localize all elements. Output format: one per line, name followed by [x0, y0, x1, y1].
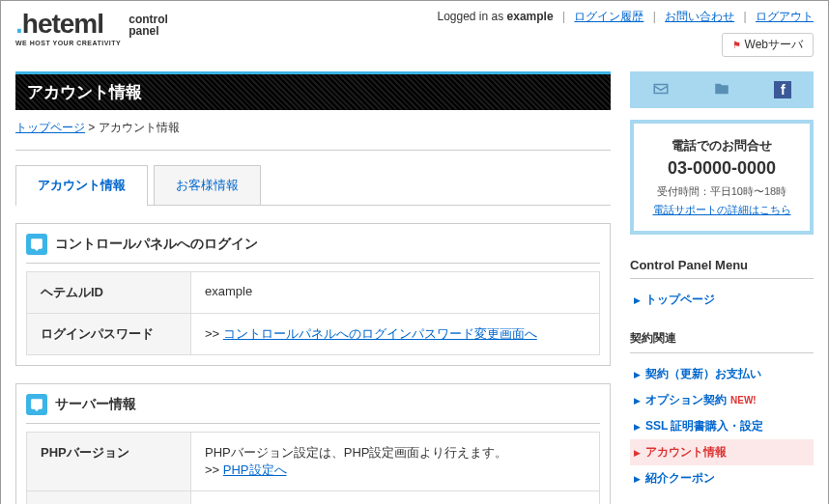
menu-item-1[interactable]: オプション契約NEW! [630, 387, 814, 413]
contact-link[interactable]: お問い合わせ [665, 10, 734, 23]
page-title: アカウント情報 [15, 71, 611, 110]
section-1: サーバー情報PHPバージョンPHPバージョン設定は、PHP設定画面より行えます。… [15, 383, 611, 504]
section-title: サーバー情報 [55, 396, 136, 413]
top-links: Logged in as example | ログイン履歴 | お問い合わせ |… [437, 9, 814, 25]
header: .heteml WE HOST YOUR CREATIVITY control … [1, 1, 828, 62]
table-row: メールメール設定は、ドメイン・メール設定画面より行えます。>> ドメイン・メール… [27, 491, 600, 505]
menu-item-top[interactable]: トップページ [630, 287, 814, 313]
row-value: PHPバージョン設定は、PHP設定画面より行えます。>> PHP設定へ [191, 433, 600, 491]
tab-0[interactable]: アカウント情報 [15, 165, 148, 205]
row-label: メール [27, 491, 191, 505]
phone-number: 03-0000-0000 [642, 158, 802, 179]
tabs: アカウント情報お客様情報 [15, 165, 611, 206]
menu-title: Control Panel Menu [630, 258, 814, 279]
section-icon [26, 394, 47, 415]
breadcrumb-top[interactable]: トップページ [15, 121, 85, 134]
row-label: ログインパスワード [27, 314, 191, 355]
phone-box: 電話でのお問合せ 03-0000-0000 受付時間：平日10時〜18時 電話サ… [630, 120, 814, 235]
section-0: コントロールパネルへのログインヘテムルIDexampleログインパスワード>> … [15, 223, 611, 366]
row-label: ヘテムルID [27, 272, 191, 314]
server-badge: ⚑ Webサーバ [722, 33, 814, 57]
row-label: PHPバージョン [27, 433, 191, 491]
menu-item-3[interactable]: アカウント情報 [630, 439, 814, 465]
username: example [507, 10, 554, 23]
row-value: >> コントロールパネルへのログインパスワード変更画面へ [191, 314, 600, 355]
flag-icon: ⚑ [732, 40, 741, 50]
menu-item-0[interactable]: 契約（更新）お支払い [630, 361, 814, 387]
logout-link[interactable]: ログアウト [756, 10, 814, 23]
row-value: メール設定は、ドメイン・メール設定画面より行えます。>> ドメイン・メール設定へ [191, 491, 600, 505]
section-title: コントロールパネルへのログイン [55, 236, 258, 253]
tab-1[interactable]: お客様情報 [154, 165, 261, 205]
breadcrumb: トップページ > アカウント情報 [15, 110, 611, 151]
menu-item-2[interactable]: SSL 証明書購入・設定 [630, 413, 814, 439]
new-badge: NEW! [730, 395, 757, 406]
row-value: example [191, 272, 600, 314]
table-row: ログインパスワード>> コントロールパネルへのログインパスワード変更画面へ [27, 314, 600, 355]
facebook-icon[interactable]: f [774, 81, 791, 98]
folder-icon[interactable] [713, 80, 730, 100]
menu-item-4[interactable]: 紹介クーポン [630, 465, 814, 491]
table-row: PHPバージョンPHPバージョン設定は、PHP設定画面より行えます。>> PHP… [27, 433, 600, 491]
login-history-link[interactable]: ログイン履歴 [574, 10, 643, 23]
table-row: ヘテムルIDexample [27, 272, 600, 314]
row-link[interactable]: PHP設定へ [223, 462, 287, 477]
phone-detail-link[interactable]: 電話サポートの詳細はこちら [653, 204, 791, 215]
logo: .heteml WE HOST YOUR CREATIVITY control … [15, 9, 168, 57]
icon-bar: f [630, 71, 814, 108]
menu-subtitle-contract: 契約関連 [630, 330, 814, 353]
mail-icon[interactable] [652, 80, 670, 100]
row-link[interactable]: コントロールパネルへのログインパスワード変更画面へ [223, 326, 537, 341]
section-icon [26, 234, 47, 255]
